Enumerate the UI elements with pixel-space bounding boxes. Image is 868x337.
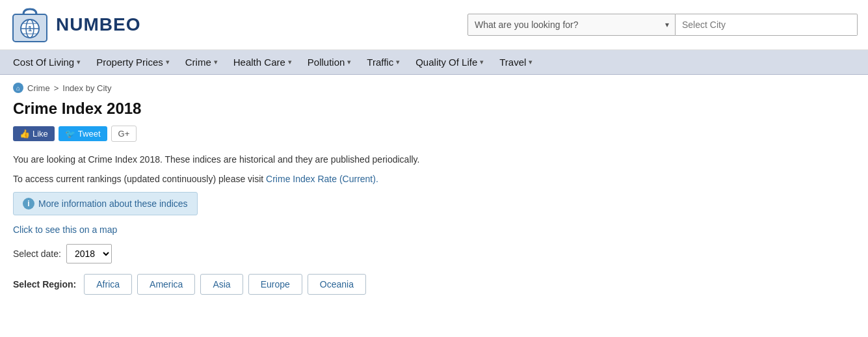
region-africa[interactable]: Africa bbox=[84, 274, 132, 295]
page-title: Crime Index 2018 bbox=[13, 100, 855, 118]
main-nav: Cost Of Living ▾ Property Prices ▾ Crime… bbox=[0, 50, 868, 75]
nav-arrow-property: ▾ bbox=[166, 58, 170, 66]
nav-arrow-pollution: ▾ bbox=[347, 58, 351, 66]
nav-arrow-travel: ▾ bbox=[529, 58, 533, 66]
nav-item-crime[interactable]: Crime ▾ bbox=[178, 50, 226, 74]
nav-item-traffic[interactable]: Traffic ▾ bbox=[359, 50, 408, 74]
date-row: Select date: 2018 2017 2016 2015 2014 bbox=[13, 244, 855, 263]
google-plus-button[interactable]: G+ bbox=[111, 126, 137, 142]
nav-arrow-crime: ▾ bbox=[214, 58, 218, 66]
description-line2: To access current rankings (updated cont… bbox=[13, 172, 855, 186]
twitter-tweet-button[interactable]: 🐦 Tweet bbox=[59, 126, 107, 141]
region-america[interactable]: America bbox=[137, 274, 195, 295]
nav-arrow-quality: ▾ bbox=[480, 58, 484, 66]
current-index-link[interactable]: Crime Index Rate (Current). bbox=[266, 174, 378, 184]
main-content: ⌂ Crime > Index by City Crime Index 2018… bbox=[0, 75, 868, 303]
nav-arrow-health: ▾ bbox=[288, 58, 292, 66]
thumbs-up-icon: 👍 bbox=[20, 129, 30, 139]
facebook-like-button[interactable]: 👍 Like bbox=[13, 126, 55, 141]
nav-item-health-care[interactable]: Health Care ▾ bbox=[226, 50, 300, 74]
twitter-icon: 🐦 bbox=[65, 129, 75, 139]
more-info-button[interactable]: i More information about these indices bbox=[13, 192, 198, 215]
nav-arrow-cost: ▾ bbox=[77, 58, 81, 66]
nav-item-cost-of-living[interactable]: Cost Of Living ▾ bbox=[5, 50, 88, 74]
region-asia[interactable]: Asia bbox=[200, 274, 243, 295]
region-row: Select Region: Africa America Asia Europ… bbox=[13, 274, 855, 295]
nav-item-travel[interactable]: Travel ▾ bbox=[492, 50, 540, 74]
home-icon: ⌂ bbox=[13, 83, 23, 93]
map-link[interactable]: Click to see this on a map bbox=[13, 224, 855, 235]
nav-arrow-traffic: ▾ bbox=[396, 58, 400, 66]
svg-text:1: 1 bbox=[28, 25, 32, 33]
social-buttons: 👍 Like 🐦 Tweet G+ bbox=[13, 126, 855, 142]
date-label: Select date: bbox=[13, 249, 61, 259]
region-oceania[interactable]: Oceania bbox=[308, 274, 366, 295]
search-city-input[interactable] bbox=[676, 14, 858, 36]
description-line1: You are looking at Crime Index 2018. The… bbox=[13, 152, 855, 167]
header: 1 NUMBEO What are you looking for? bbox=[0, 0, 868, 50]
nav-item-pollution[interactable]: Pollution ▾ bbox=[300, 50, 360, 74]
breadcrumb-crime-link[interactable]: Crime bbox=[27, 83, 50, 93]
logo-icon: 1 bbox=[10, 5, 49, 44]
date-select[interactable]: 2018 2017 2016 2015 2014 bbox=[66, 244, 112, 263]
breadcrumb-separator: > bbox=[54, 83, 59, 93]
logo-area: 1 NUMBEO bbox=[10, 5, 140, 44]
search-dropdown[interactable]: What are you looking for? bbox=[467, 14, 676, 36]
logo-text: NUMBEO bbox=[56, 14, 140, 35]
region-label: Select Region: bbox=[13, 279, 76, 290]
info-icon: i bbox=[23, 198, 34, 209]
nav-item-property-prices[interactable]: Property Prices ▾ bbox=[88, 50, 178, 74]
breadcrumb: ⌂ Crime > Index by City bbox=[13, 83, 855, 93]
search-area: What are you looking for? bbox=[467, 14, 858, 36]
nav-item-quality-of-life[interactable]: Quality Of Life ▾ bbox=[408, 50, 492, 74]
region-europe[interactable]: Europe bbox=[248, 274, 302, 295]
breadcrumb-current: Index by City bbox=[62, 83, 111, 93]
